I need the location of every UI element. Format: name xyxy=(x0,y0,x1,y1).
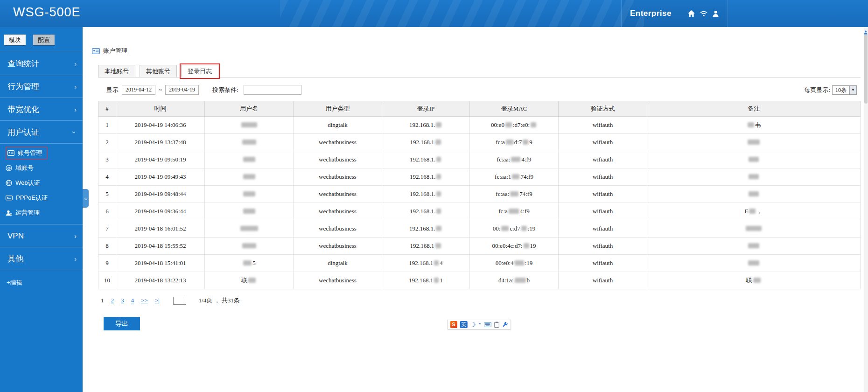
column-header: 用户类型 xyxy=(294,101,382,117)
sidebar-collapse-handle[interactable]: « xyxy=(83,189,89,208)
sidebar-item-behavior-mgmt[interactable]: 行为管理 › xyxy=(0,75,83,98)
page-link-3[interactable]: 3 xyxy=(121,297,124,304)
sidebar-item-operations-mgmt[interactable]: 运营管理 xyxy=(0,205,83,220)
sidebar-item-other[interactable]: 其他 › xyxy=(0,247,83,270)
table-cell: wifiauth xyxy=(559,203,647,220)
page-link-2[interactable]: 2 xyxy=(111,297,114,304)
sidebar-item-web-auth[interactable]: Web认证 xyxy=(0,175,83,190)
table-cell xyxy=(205,151,294,168)
redacted-text xyxy=(436,157,441,162)
home-icon[interactable] xyxy=(687,10,695,17)
tab-login-log[interactable]: 登录日志 xyxy=(181,65,218,77)
id-card-icon xyxy=(7,150,14,156)
date-from-input[interactable] xyxy=(122,85,155,95)
redacted-text xyxy=(241,122,257,127)
domain-at-icon: @ xyxy=(6,165,12,171)
shape-mode-moon-icon[interactable]: ☽ xyxy=(470,321,476,328)
redacted-text xyxy=(243,157,255,162)
redacted-text xyxy=(434,278,439,283)
table-cell xyxy=(205,203,294,220)
redacted-text xyxy=(749,157,759,162)
language-mode-icon[interactable]: 英 xyxy=(460,321,468,328)
sidebar-item-user-auth[interactable]: 用户认证 › xyxy=(0,121,83,144)
page-size-group: 每页显示: 10条 ▼ xyxy=(804,85,859,95)
punctuation-mode-icon[interactable]: ” xyxy=(478,321,481,328)
account-panel: 本地账号 其他账号 登录日志 显示 ~ 搜索条件: 每页显示: 10条 ▼ xyxy=(98,64,861,339)
sidebar-item-vpn[interactable]: VPN › xyxy=(0,224,83,247)
sidebar-item-bandwidth-opt[interactable]: 带宽优化 › xyxy=(0,98,83,121)
sidebar-tab-config[interactable]: 配置 xyxy=(33,34,55,46)
sidebar-item-pppoe-auth[interactable]: PPPoE认证 xyxy=(0,190,83,205)
redacted-text xyxy=(505,122,512,127)
clipboard-icon[interactable] xyxy=(494,322,499,328)
filter-row: 显示 ~ 搜索条件: 每页显示: 10条 ▼ xyxy=(98,77,861,101)
table-cell: 联 xyxy=(647,272,861,289)
table-row: 12019-04-19 14:06:36dingtalk192.168.1.00… xyxy=(98,117,861,134)
settings-wrench-icon[interactable] xyxy=(502,322,508,328)
table-cell xyxy=(647,255,861,272)
page-size-select[interactable]: 10条 ▼ xyxy=(832,85,857,95)
table-cell: 2019-04-19 13:37:48 xyxy=(116,134,205,151)
table-cell: 2019-04-19 14:06:36 xyxy=(116,117,205,134)
sidebar-item-domain-account[interactable]: @ 域账号 xyxy=(0,161,83,175)
sidebar-edit-link[interactable]: +编辑 xyxy=(7,279,83,287)
redacted-text xyxy=(248,278,256,283)
table-cell xyxy=(205,238,294,255)
pagination: 1 2 3 4 >> >| 1/4页 ， 共31条 xyxy=(101,296,861,305)
table-cell: wechatbusiness xyxy=(294,186,382,203)
scrollbar-thumb[interactable] xyxy=(864,34,868,104)
redacted-text xyxy=(435,140,441,145)
table-cell: 192.168.1. xyxy=(382,168,470,186)
table-cell xyxy=(647,186,861,203)
table-cell: 2019-04-18 15:55:52 xyxy=(116,238,205,255)
table-header-row: #时间用户名用户类型登录IP登录MAC验证方式备注 xyxy=(98,101,861,117)
redacted-text xyxy=(746,226,762,231)
soft-keyboard-icon[interactable] xyxy=(484,322,491,327)
search-input[interactable] xyxy=(244,85,301,95)
table-cell: 2019-04-18 13:22:13 xyxy=(116,272,205,289)
sidebar-tab-modules[interactable]: 模块 xyxy=(4,34,26,46)
column-header: 登录IP xyxy=(382,101,470,117)
redacted-text xyxy=(521,226,527,231)
tab-local-accounts[interactable]: 本地账号 xyxy=(98,65,135,77)
page-jump-input[interactable] xyxy=(173,297,186,305)
app-title: WSG-500E xyxy=(13,5,81,20)
sogou-logo-icon[interactable]: S xyxy=(450,321,457,328)
table-cell xyxy=(205,117,294,134)
page-next-link[interactable]: >> xyxy=(141,297,148,304)
redacted-text xyxy=(240,226,258,231)
sidebar-item-account-mgmt[interactable]: 账号管理 xyxy=(0,146,83,161)
table-cell: 00:e0:d7:e0: xyxy=(470,117,559,134)
table-row: 92019-04-18 15:41:015dingtalk192.168.140… xyxy=(98,255,861,272)
chevron-right-icon: › xyxy=(74,247,77,270)
annotation-red-box: 账号管理 xyxy=(6,147,47,159)
date-separator: ~ xyxy=(159,86,162,94)
wifi-icon[interactable] xyxy=(700,10,708,17)
sidebar-item-query-stats[interactable]: 查询统计 › xyxy=(0,52,83,75)
redacted-text xyxy=(515,260,524,266)
redacted-text xyxy=(512,174,519,179)
table-cell: wechatbusiness xyxy=(294,238,382,255)
pagination-info: 1/4页 ， 共31条 xyxy=(199,296,240,305)
vertical-scrollbar[interactable] xyxy=(864,27,868,392)
redacted-text xyxy=(243,174,255,179)
redacted-text xyxy=(748,122,754,127)
export-button[interactable]: 导出 xyxy=(104,317,140,330)
header-icons xyxy=(687,10,719,17)
date-to-input[interactable] xyxy=(165,85,199,95)
page-last-link[interactable]: >| xyxy=(155,297,160,304)
redacted-text xyxy=(748,140,760,145)
dropdown-arrow-icon: ▼ xyxy=(849,86,856,94)
chevron-right-icon: › xyxy=(74,75,77,98)
table-cell: wifiauth xyxy=(559,134,647,151)
table-cell: wechatbusiness xyxy=(294,220,382,238)
table-cell: wifiauth xyxy=(559,117,647,134)
page-link-4[interactable]: 4 xyxy=(131,297,134,304)
column-header: 时间 xyxy=(116,101,205,117)
table-cell: 联 xyxy=(205,272,294,289)
tab-other-accounts[interactable]: 其他账号 xyxy=(140,65,177,77)
table-cell: 2019-04-19 09:49:43 xyxy=(116,168,205,186)
user-icon[interactable] xyxy=(712,10,719,17)
mini-user-icon[interactable] xyxy=(864,28,868,36)
user-auth-submenu: 账号管理 @ 域账号 Web认证 xyxy=(0,144,83,224)
